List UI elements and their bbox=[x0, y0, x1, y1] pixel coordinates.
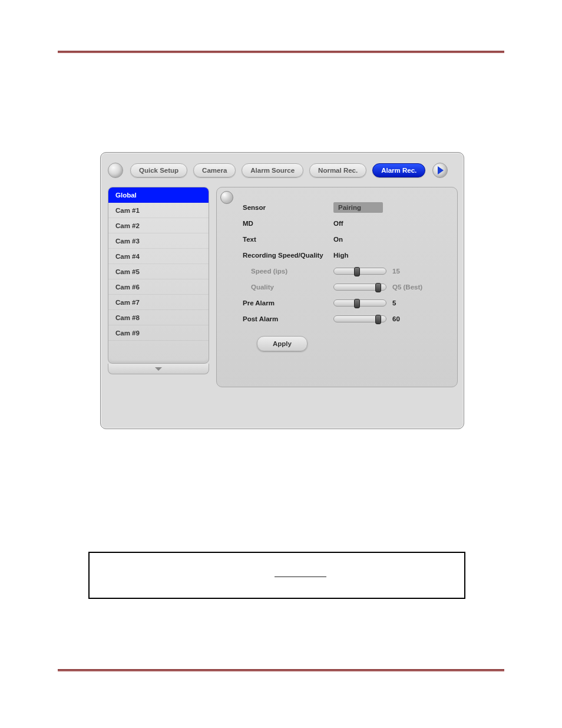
chevron-right-icon bbox=[438, 166, 444, 174]
next-button[interactable] bbox=[432, 163, 448, 178]
slider-thumb[interactable] bbox=[354, 299, 360, 308]
apply-label: Apply bbox=[273, 340, 292, 347]
sensor-value[interactable]: Pairing bbox=[333, 202, 383, 213]
tab-normal-rec[interactable]: Normal Rec. bbox=[309, 163, 366, 177]
sidebar-item[interactable]: Cam #9 bbox=[108, 325, 209, 341]
md-value[interactable]: Off bbox=[333, 220, 392, 227]
tab-label: Quick Setup bbox=[139, 167, 178, 174]
note-box bbox=[88, 552, 465, 599]
slider-thumb[interactable] bbox=[375, 283, 381, 292]
tab-bar: Quick Setup Camera Alarm Source Normal R… bbox=[108, 161, 457, 180]
post-alarm-label: Post Alarm bbox=[227, 315, 333, 322]
tab-label: Alarm Rec. bbox=[381, 167, 416, 174]
rec-speed-quality-value[interactable]: High bbox=[333, 252, 392, 259]
settings-panel: Quick Setup Camera Alarm Source Normal R… bbox=[100, 152, 464, 429]
camera-sidebar: GlobalCam #1Cam #2Cam #3Cam #4Cam #5Cam … bbox=[108, 187, 209, 364]
slider-thumb[interactable] bbox=[354, 267, 360, 276]
sensor-label: Sensor bbox=[227, 204, 333, 211]
sidebar-item[interactable]: Cam #7 bbox=[108, 295, 209, 310]
tab-label: Normal Rec. bbox=[318, 167, 358, 174]
speed-value: 15 bbox=[392, 268, 400, 275]
footer-rule bbox=[58, 669, 504, 671]
slider-thumb[interactable] bbox=[375, 315, 381, 324]
sidebar-item[interactable]: Cam #6 bbox=[108, 279, 209, 295]
sidebar-item[interactable]: Cam #1 bbox=[108, 203, 209, 218]
sidebar-item[interactable]: Global bbox=[108, 187, 209, 203]
rec-speed-quality-label: Recording Speed/Quality bbox=[227, 252, 333, 259]
apply-button[interactable]: Apply bbox=[257, 336, 308, 351]
prev-button[interactable] bbox=[108, 163, 123, 178]
corner-knob-icon bbox=[220, 191, 233, 204]
pre-alarm-slider[interactable] bbox=[333, 299, 386, 307]
sidebar-item[interactable]: Cam #4 bbox=[108, 249, 209, 264]
speed-label: Speed (ips) bbox=[227, 268, 333, 275]
tab-quick-setup[interactable]: Quick Setup bbox=[130, 163, 187, 177]
note-underline bbox=[275, 577, 326, 577]
settings-content: Sensor Pairing MD Off Text On Recording … bbox=[216, 187, 458, 387]
tab-label: Camera bbox=[202, 167, 227, 174]
tab-alarm-rec[interactable]: Alarm Rec. bbox=[372, 163, 425, 177]
sidebar-item[interactable]: Cam #5 bbox=[108, 264, 209, 279]
tab-camera[interactable]: Camera bbox=[193, 163, 236, 177]
sidebar-item[interactable]: Cam #3 bbox=[108, 233, 209, 249]
post-alarm-value: 60 bbox=[392, 315, 400, 322]
sidebar-item[interactable]: Cam #2 bbox=[108, 218, 209, 233]
tab-alarm-source[interactable]: Alarm Source bbox=[242, 163, 303, 177]
speed-slider[interactable] bbox=[333, 268, 386, 275]
chevron-down-icon bbox=[155, 367, 162, 371]
sidebar-item[interactable]: Cam #8 bbox=[108, 310, 209, 325]
header-rule bbox=[58, 51, 504, 53]
tab-label: Alarm Source bbox=[250, 167, 295, 174]
text-label: Text bbox=[227, 236, 333, 243]
pre-alarm-label: Pre Alarm bbox=[227, 299, 333, 307]
text-value[interactable]: On bbox=[333, 236, 392, 243]
quality-label: Quality bbox=[227, 284, 333, 291]
sidebar-expand-button[interactable] bbox=[108, 364, 209, 374]
post-alarm-slider[interactable] bbox=[333, 315, 386, 322]
quality-value: Q5 (Best) bbox=[392, 284, 422, 291]
quality-slider[interactable] bbox=[333, 284, 386, 291]
pre-alarm-value: 5 bbox=[392, 299, 396, 307]
md-label: MD bbox=[227, 220, 333, 227]
